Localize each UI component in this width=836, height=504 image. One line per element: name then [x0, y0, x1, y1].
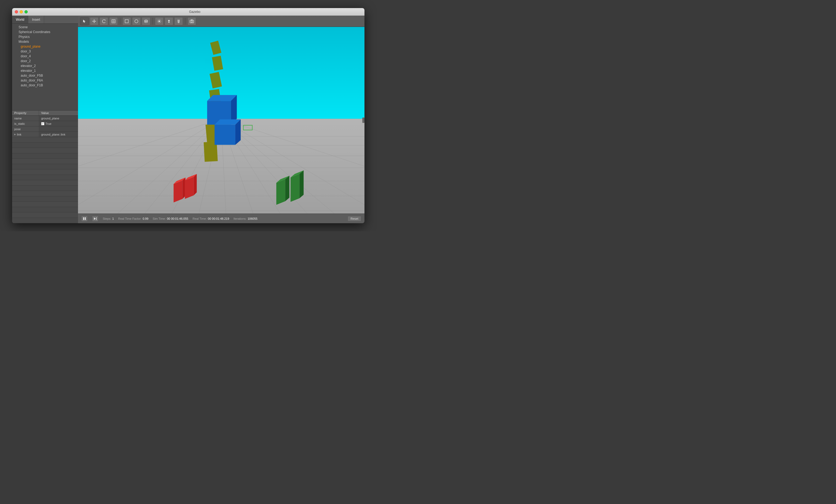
toolbar-sep-3 [185, 18, 185, 24]
viewport-resize-handle-right[interactable] [362, 118, 364, 123]
sidebar-item-door-2[interactable]: door_2 [12, 59, 78, 63]
viewport-container: Steps: 1 Real Time Factor: 0.99 Sim Time… [78, 16, 364, 223]
scale-mode-button[interactable] [109, 17, 118, 25]
property-row-link: ▶ link ground_plane::link [12, 132, 78, 137]
property-header: Property Value [12, 111, 78, 116]
property-col-value: Value [39, 111, 51, 115]
realtime-factor-item: Real Time Factor: 0.99 [118, 217, 148, 220]
sidebar-item-ground-plane[interactable]: ground_plane [12, 44, 78, 49]
svg-marker-80 [285, 176, 289, 201]
pause-button[interactable] [81, 216, 88, 221]
prop-name-name: name [12, 116, 39, 121]
arrow-icon: ▶ [14, 133, 16, 136]
realtime-factor-value: 0.99 [142, 217, 148, 220]
svg-marker-78 [276, 179, 285, 205]
property-row-name: name ground_plane [12, 116, 78, 121]
empty-row-11 [12, 191, 78, 196]
point-light-button[interactable] [165, 17, 173, 25]
minimize-button[interactable] [20, 10, 23, 14]
svg-marker-3 [94, 22, 95, 23]
empty-row-10 [12, 186, 78, 191]
sidebar-item-physics[interactable]: Physics [12, 34, 78, 39]
statusbar: Steps: 1 Real Time Factor: 0.99 Sim Time… [78, 214, 364, 223]
sidebar-item-models[interactable]: Models [12, 39, 78, 44]
toolbar [78, 16, 364, 27]
prop-name-link[interactable]: ▶ link [12, 132, 39, 137]
tab-insert[interactable]: Insert [28, 16, 44, 23]
prop-name-is-static: is_static [12, 121, 39, 126]
sidebar-item-door-3[interactable]: door_3 [12, 49, 78, 54]
svg-marker-72 [173, 180, 183, 202]
svg-line-23 [160, 20, 161, 20]
spot-light-button[interactable] [174, 17, 183, 25]
svg-point-15 [145, 21, 147, 23]
empty-row-9 [12, 180, 78, 186]
3d-viewport[interactable] [78, 27, 364, 214]
prop-value-link: ground_plane::link [39, 132, 78, 137]
svg-point-16 [158, 20, 160, 22]
translate-mode-button[interactable] [90, 17, 98, 25]
cylinder-button[interactable] [142, 17, 150, 25]
box-button[interactable] [122, 17, 131, 25]
screenshot-button[interactable] [188, 17, 196, 25]
tab-world[interactable]: World [12, 16, 28, 23]
steps-value: 1 [112, 217, 114, 220]
sim-time-item: Sim Time: 00 00:01:46.055 [153, 217, 188, 220]
svg-point-11 [135, 20, 138, 23]
svg-line-21 [158, 20, 158, 20]
svg-marker-86 [94, 217, 96, 220]
svg-marker-75 [185, 177, 194, 199]
rotate-mode-button[interactable] [99, 17, 108, 25]
sidebar-item-elevator-2[interactable]: elevator_2 [12, 63, 78, 68]
sidebar-item-elevator-1[interactable]: elevator_1 [12, 68, 78, 73]
sidebar-tabs: World Insert [12, 16, 78, 24]
sidebar-item-auto-door-f1b[interactable]: auto_door_F1B [12, 83, 78, 88]
sim-time-value: 00 00:01:46.055 [167, 217, 188, 220]
svg-point-34 [191, 21, 193, 22]
sim-time-label: Sim Time: [153, 217, 166, 220]
close-button[interactable] [15, 10, 18, 14]
scene-svg [78, 27, 364, 214]
steps-item: Steps: 1 [103, 217, 114, 220]
iterations-label: Iterations: [233, 217, 246, 220]
svg-line-22 [160, 22, 161, 23]
sidebar-item-auto-door-f5b[interactable]: auto_door_F5B [12, 73, 78, 78]
sidebar-item-door-4[interactable]: door_4 [12, 54, 78, 59]
titlebar: Gazebo [12, 8, 364, 16]
is-static-text: True [45, 122, 51, 125]
empty-row-5 [12, 159, 78, 164]
svg-rect-10 [125, 20, 128, 23]
iterations-value: 106055 [247, 217, 258, 220]
svg-marker-5 [95, 21, 96, 22]
svg-marker-81 [290, 174, 299, 202]
empty-row-4 [12, 153, 78, 159]
prop-name-pose: pose [12, 127, 39, 132]
sidebar-item-auto-door-f6a[interactable]: auto_door_F6A [12, 78, 78, 83]
reset-button[interactable]: Reset [347, 216, 361, 221]
empty-row-3 [12, 148, 78, 153]
directional-light-button[interactable] [155, 17, 164, 25]
empty-property-rows [12, 137, 78, 223]
svg-rect-85 [85, 217, 86, 220]
prop-value-is-static: ✓ True [39, 121, 78, 126]
maximize-button[interactable] [24, 10, 28, 14]
prop-value-pose [39, 127, 78, 132]
step-button[interactable] [92, 216, 98, 221]
svg-marker-4 [92, 21, 93, 22]
is-static-checkbox[interactable]: ✓ [41, 122, 44, 125]
sidebar-item-spherical-coordinates[interactable]: Spherical Coordinates [12, 30, 78, 34]
sphere-button[interactable] [132, 17, 141, 25]
empty-row-13 [12, 202, 78, 207]
empty-row-2 [12, 142, 78, 148]
iterations-item: Iterations: 106055 [233, 217, 258, 220]
sidebar-item-scene[interactable]: Scene [12, 25, 78, 30]
select-mode-button[interactable] [80, 17, 89, 25]
traffic-lights [15, 10, 28, 14]
empty-row-12 [12, 196, 78, 202]
real-time-label: Real Time: [193, 217, 207, 220]
svg-rect-84 [83, 217, 84, 220]
svg-marker-32 [178, 21, 179, 23]
real-time-item: Real Time: 00 00:01:48.219 [193, 217, 229, 220]
realtime-factor-label: Real Time Factor: [118, 217, 141, 220]
window-title: Gazebo [28, 10, 362, 14]
